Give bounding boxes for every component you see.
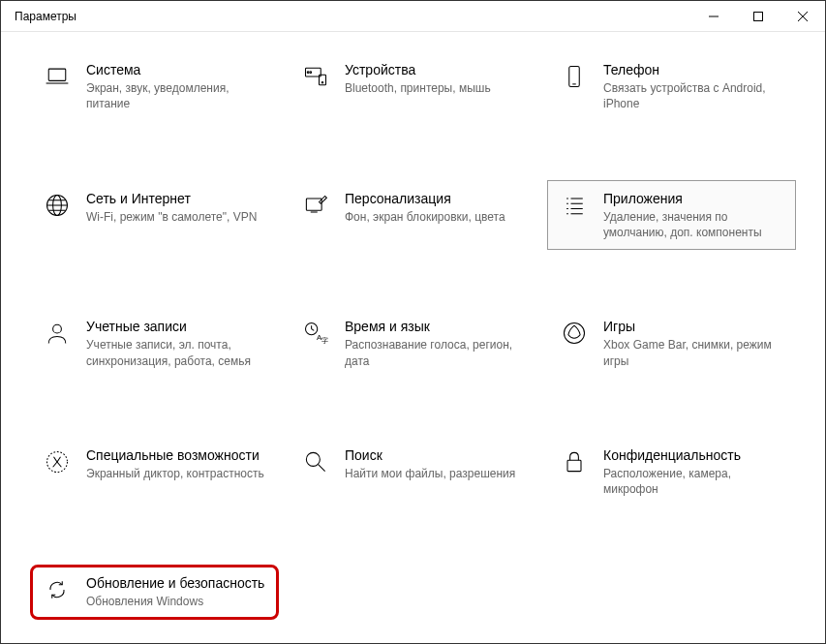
- svg-line-37: [319, 464, 325, 471]
- svg-rect-11: [569, 67, 580, 87]
- tile-accounts[interactable]: Учетные записи Учетные записи, эл. почта…: [30, 308, 279, 379]
- tile-title: Игры: [603, 318, 784, 335]
- tile-desc: Xbox Game Bar, снимки, режим игры: [603, 337, 784, 368]
- tile-phone[interactable]: Телефон Связать устройства с Android, iP…: [547, 51, 796, 122]
- tile-title: Специальные возможности: [86, 446, 267, 464]
- svg-rect-6: [306, 68, 321, 77]
- tile-desc: Расположение, камера, микрофон: [603, 466, 784, 497]
- tile-desc: Фон, экран блокировки, цвета: [345, 209, 526, 225]
- tile-title: Сеть и Интернет: [86, 190, 267, 207]
- tile-desc: Экранный диктор, контрастность: [86, 466, 267, 481]
- maximize-button[interactable]: [736, 1, 780, 31]
- svg-point-36: [306, 452, 320, 466]
- window-controls: [691, 1, 825, 31]
- phone-icon: [559, 61, 590, 92]
- tile-title: Устройства: [345, 61, 526, 78]
- tile-network[interactable]: Сеть и Интернет Wi-Fi, режим "в самолете…: [30, 180, 279, 251]
- tile-desc: Связать устройства с Android, iPhone: [603, 80, 784, 111]
- tile-time-language[interactable]: A字 Время и язык Распознавание голоса, ре…: [289, 308, 537, 379]
- tile-devices[interactable]: Устройства Bluetooth, принтеры, мышь: [289, 51, 537, 122]
- svg-point-8: [310, 72, 312, 74]
- tile-desc: Удаление, значения по умолчанию, доп. ко…: [603, 209, 784, 240]
- tile-desc: Bluetooth, принтеры, мышь: [345, 80, 526, 96]
- tile-desc: Учетные записи, эл. почта, синхронизация…: [86, 337, 267, 368]
- tile-desc: Экран, звук, уведомления, питание: [86, 80, 267, 111]
- tile-accessibility[interactable]: Специальные возможности Экранный диктор,…: [30, 437, 279, 507]
- update-icon: [42, 574, 73, 605]
- window-title: Параметры: [15, 10, 76, 23]
- svg-point-28: [53, 324, 62, 333]
- accounts-icon: [42, 318, 73, 349]
- svg-rect-4: [48, 69, 66, 80]
- laptop-icon: [42, 61, 73, 92]
- tile-desc: Найти мои файлы, разрешения: [345, 466, 526, 481]
- lock-icon: [559, 446, 590, 477]
- tile-system[interactable]: Система Экран, звук, уведомления, питани…: [30, 51, 279, 122]
- svg-rect-38: [567, 460, 581, 471]
- svg-point-7: [307, 72, 309, 74]
- svg-point-10: [321, 81, 322, 82]
- tile-update-security[interactable]: Обновление и безопасность Обновления Win…: [30, 565, 279, 619]
- tile-privacy[interactable]: Конфиденциальность Расположение, камера,…: [547, 437, 796, 507]
- devices-icon: [300, 61, 331, 92]
- time-language-icon: A字: [300, 318, 331, 349]
- svg-line-31: [312, 329, 315, 331]
- svg-rect-1: [754, 12, 763, 20]
- tile-title: Учетные записи: [86, 318, 267, 335]
- tile-gaming[interactable]: Игры Xbox Game Bar, снимки, режим игры: [547, 308, 796, 379]
- tile-desc: Распознавание голоса, регион, дата: [345, 337, 526, 368]
- globe-icon: [42, 190, 73, 221]
- tile-title: Конфиденциальность: [603, 446, 784, 464]
- tile-title: Персонализация: [345, 190, 526, 207]
- tile-apps[interactable]: Приложения Удаление, значения по умолчан…: [547, 180, 796, 251]
- svg-rect-18: [306, 199, 321, 210]
- apps-icon: [559, 190, 590, 221]
- tile-title: Телефон: [603, 61, 784, 78]
- tile-personalization[interactable]: Персонализация Фон, экран блокировки, цв…: [289, 180, 537, 251]
- tile-desc: Обновления Windows: [86, 594, 267, 609]
- svg-text:字: 字: [321, 337, 328, 344]
- tile-title: Время и язык: [345, 318, 526, 335]
- personalization-icon: [300, 190, 331, 221]
- tile-title: Система: [86, 61, 267, 78]
- close-button[interactable]: [780, 1, 825, 31]
- settings-grid: Система Экран, звук, уведомления, питани…: [1, 32, 825, 639]
- tile-search[interactable]: Поиск Найти мои файлы, разрешения: [289, 437, 537, 507]
- search-icon: [300, 446, 331, 477]
- tile-title: Поиск: [345, 446, 526, 464]
- titlebar: Параметры: [1, 1, 825, 32]
- tile-title: Приложения: [603, 190, 784, 207]
- gaming-icon: [559, 318, 590, 349]
- minimize-button[interactable]: [691, 1, 736, 31]
- tile-title: Обновление и безопасность: [86, 574, 267, 592]
- tile-desc: Wi-Fi, режим "в самолете", VPN: [86, 209, 267, 225]
- accessibility-icon: [42, 446, 73, 477]
